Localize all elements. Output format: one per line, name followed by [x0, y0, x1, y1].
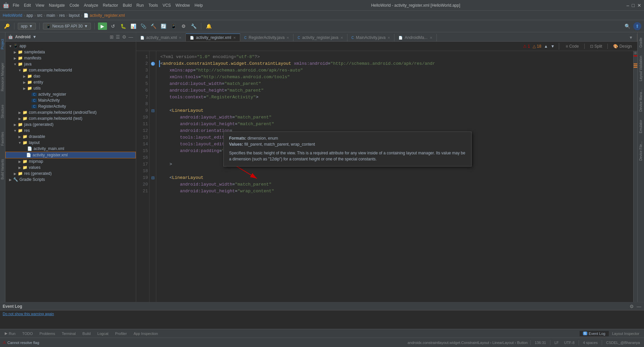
tree-arrow-entity[interactable]: ▶ [22, 81, 27, 84]
tree-item-mainactivity[interactable]: C MainActivity [5, 97, 136, 103]
bottom-tab-profiler[interactable]: Profiler [112, 331, 130, 336]
view-btn-code[interactable]: ≡ Code [563, 43, 582, 49]
tree-arrow-dao[interactable]: ▶ [22, 75, 27, 78]
expand-all-icon[interactable]: ⊞ [110, 34, 114, 40]
device-selector[interactable]: 📱 Nexus 6P API 30 ▼ [43, 23, 91, 30]
bottom-tab-logcat[interactable]: Logcat [94, 331, 112, 336]
right-tab-gradle[interactable]: Gradle [638, 35, 643, 50]
tree-arrow-mipmap[interactable]: ▶ [17, 160, 22, 163]
tree-arrow-res[interactable]: ▼ [13, 129, 17, 133]
tab-register-activity-java[interactable]: C RegisterActivity.java ✕ [240, 34, 293, 41]
sync-icon[interactable]: 🔄 [159, 22, 167, 30]
tab-mainactivity-java[interactable]: C MainActivity.java ✕ [347, 34, 395, 41]
scroll-down-icon[interactable]: ▼ [551, 44, 555, 49]
tree-arrow-app[interactable]: ▼ [8, 44, 13, 48]
menu-tools[interactable]: Tools [147, 2, 160, 8]
event-log-settings-icon[interactable]: ⚙ [630, 304, 634, 309]
debug-icon[interactable]: 🐛 [119, 22, 127, 30]
back-navigation-icon[interactable]: 🔑 [3, 22, 11, 30]
menu-code[interactable]: Code [67, 2, 81, 8]
right-tab-emulator[interactable]: Emulator [638, 117, 643, 136]
menu-help[interactable]: Help [193, 2, 205, 8]
settings-icon[interactable]: 🔧 [190, 22, 198, 30]
maximize-button[interactable]: □ [632, 3, 635, 8]
attach-icon[interactable]: 📎 [139, 22, 147, 30]
avd-icon[interactable]: 📱 [169, 22, 177, 30]
tree-item-activity-register-class[interactable]: C activity_register [5, 91, 136, 97]
left-tab-project[interactable]: Project [0, 35, 5, 53]
scrollbar-thumb[interactable] [634, 52, 637, 54]
tree-item-registeractivity[interactable]: C RegisterActivity [5, 103, 136, 109]
tree-item-java-generated[interactable]: ▶ 📁 java (generated) [5, 121, 136, 128]
tree-arrow-res-generated[interactable]: ▶ [13, 172, 17, 176]
breadcrumb-main[interactable]: main [47, 13, 55, 18]
reload-icon[interactable]: ↺ [109, 22, 117, 30]
tree-arrow-android-test[interactable]: ▶ [17, 111, 22, 114]
right-tab-device-file[interactable]: Device File... [638, 139, 643, 163]
tree-arrow-drawable[interactable]: ▶ [17, 135, 22, 139]
menu-analyze[interactable]: Analyze [82, 2, 100, 8]
tree-item-entity[interactable]: ▶ 📁 entity [5, 79, 136, 85]
tree-item-activity-main-xml[interactable]: 📄 activity_main.xml [5, 146, 136, 152]
tree-item-manifests[interactable]: ▶ 📁 manifests [5, 55, 136, 61]
right-tab-device-manager[interactable]: Device Mana... [638, 87, 643, 114]
notifications-icon[interactable]: 🔔 [205, 22, 213, 30]
scroll-up-icon[interactable]: ▲ [544, 44, 548, 49]
tab-close-register-activity[interactable]: ✕ [286, 36, 289, 40]
tree-item-values[interactable]: ▶ 📁 values [5, 164, 136, 170]
tree-arrow-com-example[interactable]: ▼ [17, 68, 22, 72]
change-marker-2[interactable]: C [151, 62, 155, 66]
tree-arrow-java-generated[interactable]: ▶ [13, 123, 17, 127]
warning-count-indicator[interactable]: △ 18 [533, 44, 541, 49]
close-button[interactable]: ✕ [637, 3, 641, 8]
sdk-icon[interactable]: ⚙ [179, 22, 187, 30]
tree-arrow-manifests[interactable]: ▶ [13, 56, 17, 60]
tree-item-dao[interactable]: ▶ 📁 dao [5, 73, 136, 79]
tree-item-sampledata[interactable]: ▶ 📁 sampledata [5, 49, 136, 55]
tab-activity-register-java[interactable]: C activity_register.java ✕ [293, 34, 347, 41]
status-error-text[interactable]: Cannot resolve flag [7, 341, 406, 345]
tree-item-res[interactable]: ▼ 📁 res [5, 128, 136, 134]
minimize-button[interactable]: – [627, 3, 629, 8]
tree-arrow-gradle-scripts[interactable]: ▶ [8, 178, 13, 182]
bottom-tab-layout-inspector[interactable]: Layout Inspector [609, 331, 643, 336]
profile-icon[interactable]: 📊 [129, 22, 137, 30]
tree-arrow-sampledata[interactable]: ▶ [13, 50, 17, 54]
app-selector[interactable]: app ▼ [18, 23, 36, 30]
tree-item-test[interactable]: ▶ 📁 com.example.helloworld (test) [5, 115, 136, 121]
tab-close-activity-register-java[interactable]: ✕ [340, 36, 343, 40]
menu-window[interactable]: Window [173, 2, 192, 8]
tab-close-androidma[interactable]: ✕ [430, 36, 432, 40]
tree-item-android-test[interactable]: ▶ 📁 com.example.helloworld (androidTest) [5, 109, 136, 115]
event-log-close-icon[interactable]: — [637, 304, 641, 309]
collapse-all-icon[interactable]: ☰ [116, 34, 120, 40]
menu-build[interactable]: Build [121, 2, 134, 8]
breadcrumb-src[interactable]: src [37, 13, 43, 18]
tree-item-layout[interactable]: ▼ 📁 layout [5, 140, 136, 146]
line-ending[interactable]: LF [553, 341, 560, 345]
android-dropdown-arrow[interactable]: ▼ [33, 35, 37, 39]
code-content[interactable]: <?xml version="1.0" encoding="utf-8"?> <… [156, 51, 633, 302]
menu-navigate[interactable]: Navigate [47, 2, 67, 8]
tree-item-app[interactable]: ▼ 📱 app [5, 43, 136, 49]
tree-item-activity-register-xml[interactable]: 📄 activity_register.xml [5, 152, 136, 158]
bottom-tab-todo[interactable]: TODO [19, 331, 36, 336]
breadcrumb-res[interactable]: res [59, 13, 65, 18]
tree-arrow-java[interactable]: ▼ [13, 62, 17, 66]
menu-refactor[interactable]: Refactor [101, 2, 120, 8]
menu-edit[interactable]: Edit [22, 2, 33, 8]
editor-scrollbar[interactable] [633, 51, 637, 302]
breadcrumb-file[interactable]: 📄 activity_register.xml [84, 13, 125, 18]
fold-marker-19[interactable]: ⊟ [151, 176, 155, 180]
tree-item-gradle-scripts[interactable]: ▶ 🔧 Gradle Scripts [5, 177, 136, 183]
tree-arrow-layout[interactable]: ▼ [17, 141, 22, 145]
tab-activity-main[interactable]: 📄 activity_main.xml ✕ [136, 34, 186, 41]
view-btn-design[interactable]: 🎨 Design [610, 43, 635, 49]
panel-hide-icon[interactable]: — [128, 34, 133, 40]
tree-item-com-example[interactable]: ▼ 📁 com.example.helloworld [5, 67, 136, 73]
tab-close-activity-main[interactable]: ✕ [179, 36, 181, 40]
run-button[interactable]: ▶ [98, 22, 107, 30]
tab-close-activity-register[interactable]: ✕ [233, 36, 236, 40]
tab-overflow[interactable]: ▼ [625, 34, 637, 41]
error-count-indicator[interactable]: ⚠ 1 [523, 44, 530, 49]
